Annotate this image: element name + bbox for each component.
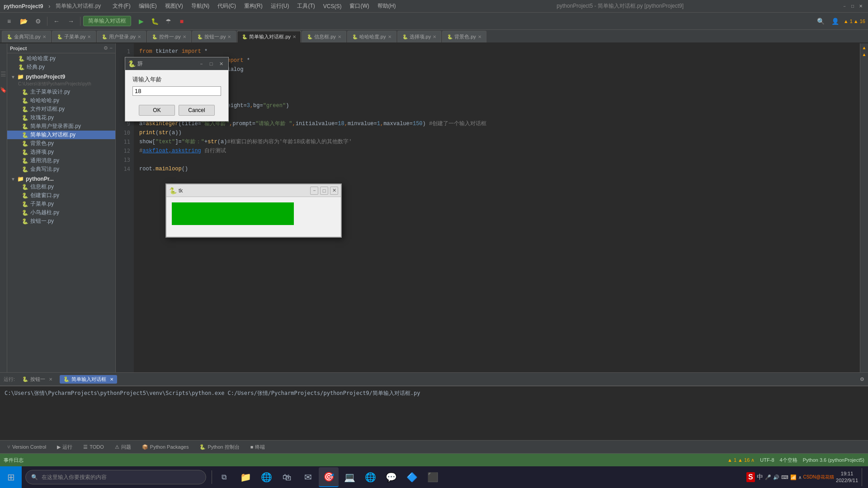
run-config-selector[interactable]: 简单输入对话框 (83, 16, 131, 26)
panel-settings-icon[interactable]: ⚙ (104, 45, 108, 51)
taskbar-app-edge[interactable]: 🌐 (256, 467, 276, 487)
taskbar-app-pycharm[interactable]: 🎯 (319, 467, 339, 487)
tab-close-control[interactable]: ✕ (183, 34, 186, 39)
tab-close-msgbox[interactable]: ✕ (338, 34, 341, 39)
tree-submenu[interactable]: 🐍 子菜单.py (7, 200, 115, 208)
tree-user-login[interactable]: 🐍 简单用户登录界面.py (7, 122, 115, 131)
debug-button[interactable]: 🐛 (148, 15, 161, 28)
dialog-close-button[interactable]: ✕ (217, 59, 226, 68)
tab-control[interactable]: 🐍 控件一.py ✕ (147, 31, 191, 42)
run-tab-btn-close[interactable]: ✕ (49, 377, 52, 382)
status-python-version[interactable]: Python 3.6 (pythonProject5) (803, 457, 864, 463)
status-encoding[interactable]: UTF-8 (760, 457, 774, 463)
tab-haha[interactable]: 🐍 哈哈哈度.py ✕ (347, 31, 396, 42)
nav-forward-button[interactable]: → (65, 15, 77, 28)
taskbar-task-view[interactable]: ⧉ (214, 467, 234, 487)
tab-close-input-dialog[interactable]: ✕ (292, 34, 296, 39)
taskbar-app-unknown[interactable]: ⬛ (423, 467, 443, 487)
status-event-log[interactable]: 事件日志 (4, 457, 24, 464)
menu-view[interactable]: 视图(V) (161, 1, 187, 11)
tree-main-menu[interactable]: 🐍 主子菜单设计.py (7, 88, 115, 96)
tree-hahahaha[interactable]: 🐍 哈哈哈哈.py (7, 96, 115, 105)
run-tab-input-dialog[interactable]: 🐍 简单输入对话框 ✕ (60, 375, 117, 384)
minimize-button[interactable]: － (841, 3, 848, 10)
terminal-area[interactable]: C:\Users\张情\PycharmProjects\pythonProjec… (0, 386, 868, 440)
tab-close-choice[interactable]: ✕ (433, 34, 436, 39)
tree-hahaer[interactable]: 🐍 哈哈哈度.py (7, 54, 115, 63)
menu-code[interactable]: 代码(C) (214, 1, 240, 11)
tab-button[interactable]: 🐍 按钮一.py ✕ (192, 31, 236, 42)
tray-speaker-icon[interactable]: 🔊 (773, 474, 779, 480)
show-desktop-button[interactable] (862, 468, 864, 486)
open-recent-button[interactable]: ≡ (3, 15, 15, 28)
tray-keyboard-icon[interactable]: ⌨ (781, 474, 788, 480)
taskbar-app-jetbrains[interactable]: 🔷 (402, 467, 422, 487)
tk-minimize-button[interactable]: － (310, 187, 318, 195)
run-button[interactable]: ▶ (135, 15, 147, 28)
menu-run[interactable]: 运行(U) (267, 1, 293, 11)
nav-back-button[interactable]: ← (50, 15, 63, 28)
dialog-input-field[interactable] (132, 86, 221, 96)
tab-submenu[interactable]: 🐍 子菜单.py ✕ (52, 31, 96, 42)
bottom-tab-problems[interactable]: ⚠ 问题 (111, 443, 135, 451)
bottom-tab-terminal[interactable]: ■ 终端 (247, 443, 269, 451)
tree-choice[interactable]: 🐍 选择项.py (7, 148, 115, 156)
tray-zh-icon[interactable]: 中 (757, 473, 763, 481)
dialog-ok-button[interactable]: OK (139, 105, 175, 116)
status-indent[interactable]: 4个空格 (780, 457, 797, 464)
dialog-maximize-button[interactable]: □ (207, 59, 216, 68)
coverage-button[interactable]: ☂ (162, 15, 175, 28)
tab-close-login[interactable]: ✕ (137, 34, 141, 39)
run-tab-id-close[interactable]: ✕ (110, 377, 113, 382)
bottom-tab-python-console[interactable]: 🐍 Python 控制台 (196, 443, 243, 451)
tray-network-icon[interactable]: 📶 (790, 474, 797, 480)
tab-bg[interactable]: 🐍 背景色.py ✕ (442, 31, 486, 42)
menu-edit[interactable]: 编辑(E) (135, 1, 160, 11)
panel-gear-icon[interactable]: − (110, 45, 113, 51)
tab-close-button[interactable]: ✕ (227, 34, 231, 39)
tk-close-button[interactable]: ✕ (330, 187, 338, 195)
menu-navigate[interactable]: 导航(N) (188, 1, 213, 11)
tree-gold[interactable]: 🐍 金典写法.py (7, 165, 115, 174)
tab-gold[interactable]: 🐍 金典写法.py ✕ (2, 31, 51, 42)
tab-close-haha[interactable]: ✕ (388, 34, 392, 39)
bottom-tab-vcs[interactable]: ⑂ Version Control (4, 443, 50, 450)
taskbar-app-store[interactable]: 🛍 (277, 467, 297, 487)
tree-bg[interactable]: 🐍 背景色.py (7, 139, 115, 148)
tree-btn[interactable]: 🐍 按钮一.py (7, 217, 115, 225)
tab-msgbox[interactable]: 🐍 信息框.py ✕ (302, 31, 346, 42)
taskbar-app-file-explorer[interactable]: 📁 (236, 467, 255, 487)
tk-maximize-button[interactable]: □ (320, 187, 328, 195)
menu-tools[interactable]: 工具(T) (293, 1, 318, 11)
bottom-tab-python-packages[interactable]: 📦 Python Packages (138, 443, 193, 451)
bookmark-icon[interactable]: 🔖 (0, 87, 7, 93)
tree-rose[interactable]: 🐍 玫瑰花.py (7, 113, 115, 122)
menu-refactor[interactable]: 重构(R) (241, 1, 266, 11)
bottom-tab-todo[interactable]: ☰ TODO (80, 443, 108, 451)
tab-close-gold[interactable]: ✕ (42, 34, 46, 39)
dialog-minimize-button[interactable]: － (197, 59, 206, 68)
start-button[interactable]: ⊞ (0, 466, 22, 488)
run-tab-button[interactable]: 🐍 按钮一 ✕ (19, 375, 56, 384)
tab-close-bg[interactable]: ✕ (478, 34, 481, 39)
structure-icon[interactable]: ☰ (0, 70, 6, 78)
taskbar-app-chrome[interactable]: 🌐 (360, 467, 380, 487)
tree-input-dlg[interactable]: 🐍 简单输入对话框.py (7, 131, 115, 139)
tab-close-submenu[interactable]: ✕ (87, 34, 91, 39)
taskbar-search[interactable]: 🔍 在这里输入你要搜索的内容 (25, 470, 206, 484)
taskbar-app-wechat[interactable]: 💬 (381, 467, 401, 487)
settings-icon[interactable]: ⚙ (32, 15, 44, 28)
menu-help[interactable]: 帮助(H) (374, 1, 400, 11)
profile-button[interactable]: 👤 (829, 15, 842, 28)
time-display[interactable]: 19:11 2022/9/11 (836, 470, 858, 484)
tree-project9[interactable]: ▼ 📁 pythonProject9 (7, 73, 115, 80)
folder-icon[interactable]: 📂 (17, 15, 30, 28)
close-button[interactable]: ✕ (857, 3, 864, 10)
taskbar-app-mail[interactable]: ✉ (298, 467, 318, 487)
maximize-button[interactable]: □ (849, 3, 856, 10)
editor-area[interactable]: 12345 678910 11121314 from tkinter impor… (116, 43, 860, 372)
tray-chevron[interactable]: ∧ (798, 475, 802, 480)
tree-file-dialog[interactable]: 🐍 文件对话框.py (7, 105, 115, 113)
tab-input-dialog[interactable]: 🐍 简单输入对话框.py ✕ (237, 31, 301, 42)
tree-create-win[interactable]: 🐍 创建窗口.py (7, 191, 115, 200)
